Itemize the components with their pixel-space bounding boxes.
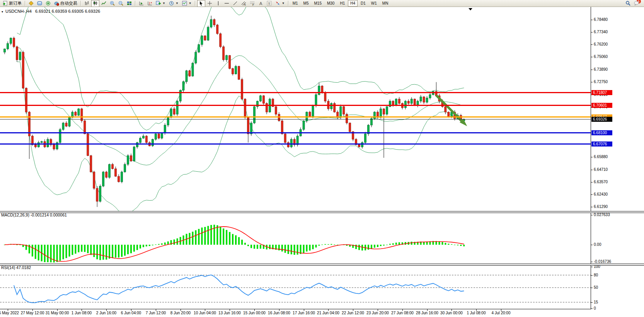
bullish-candles	[4, 20, 465, 201]
cursor-icon	[199, 1, 204, 6]
vertical-line-tool-button[interactable]	[214, 0, 222, 7]
tile-windows-button[interactable]	[125, 0, 133, 7]
timeframe-button-mn[interactable]: MN	[380, 0, 391, 7]
timeframe-buttons: M1M5M15M30H1H4D1W1MN	[290, 0, 391, 7]
macd-axis-0.027633: 0.027633	[594, 213, 610, 217]
horizontal-line-tool-button[interactable]	[223, 0, 231, 7]
bar-chart-button[interactable]	[83, 0, 91, 7]
horizontal-line-6.67076[interactable]	[0, 143, 591, 145]
main-chart-canvas[interactable]	[0, 7, 591, 211]
candlestick-chart-button[interactable]	[91, 0, 99, 7]
panel-separator[interactable]	[0, 264, 644, 266]
autotrading-button[interactable]: 自动交易	[53, 0, 79, 7]
market-watch-button[interactable]	[27, 0, 35, 7]
strategy-tester-button[interactable]	[137, 0, 145, 7]
price-tick-6.63570-tick	[591, 182, 593, 182]
fibonacci-tool-button[interactable]: F	[248, 0, 256, 7]
new-chart-button[interactable]: ▼	[154, 0, 167, 7]
timeframe-button-m1[interactable]: M1	[290, 0, 300, 7]
rsi-axis-15: 15	[594, 300, 598, 304]
navigator-button[interactable]	[44, 0, 52, 7]
price-tick-6.62430: 6.62430	[594, 192, 608, 196]
timeframe-button-d1[interactable]: D1	[358, 0, 368, 7]
time-label: 4 Jul 20:00	[486, 311, 516, 315]
price-tick-6.76200: 6.76200	[594, 42, 608, 46]
arrows-tool-button[interactable]: ▼	[274, 0, 286, 7]
horizontal-line-6.71807[interactable]	[0, 92, 591, 93]
data-window-button[interactable]	[36, 0, 44, 7]
macd-axis-0.027633-tick	[591, 215, 593, 215]
zoom-out-button[interactable]	[117, 0, 125, 7]
toolbar-separator	[135, 1, 136, 6]
rsi-axis-0-tick	[591, 308, 593, 309]
bearish-candles	[13, 20, 462, 201]
new-order-button[interactable]: 新订单	[1, 0, 23, 7]
price-tick-6.65880: 6.65880	[594, 155, 608, 159]
chart-shift-marker[interactable]	[469, 8, 472, 10]
price-tick-6.61290-tick	[591, 207, 593, 207]
equidistant-channel-icon: E	[241, 1, 246, 6]
label-tool-button[interactable]: T	[265, 0, 273, 7]
vertical-line-icon	[216, 1, 221, 6]
timeframe-button-h4[interactable]: H4	[348, 0, 358, 7]
toolbar-separator	[80, 1, 81, 6]
trendline-tool-button[interactable]	[231, 0, 239, 7]
market-watch-icon	[29, 1, 34, 6]
price-tick-6.63570: 6.63570	[594, 180, 608, 184]
price-badge-6.71807: 6.71807	[591, 90, 612, 95]
line-chart-button[interactable]	[100, 0, 108, 7]
data-window-icon	[37, 1, 42, 6]
horizontal-line-6.69547[interactable]	[0, 116, 591, 118]
navigator-icon	[46, 1, 51, 6]
text-tool-button[interactable]: A	[257, 0, 265, 7]
price-tick-6.73890: 6.73890	[594, 67, 608, 72]
dropdown-caret-icon: ▼	[162, 2, 165, 5]
crosshair-icon	[207, 1, 212, 6]
periods-button[interactable]: ▼	[167, 0, 180, 7]
macd-axis-0.00: 0.00	[594, 242, 601, 247]
tile-windows-icon	[127, 1, 132, 6]
crosshair-tool-button[interactable]	[206, 0, 214, 7]
timeframe-button-h1[interactable]: H1	[337, 0, 347, 7]
price-tick-6.77340-tick	[591, 32, 593, 32]
zoom-in-button[interactable]	[108, 0, 116, 7]
text-label-icon: T	[267, 1, 272, 6]
ohlc-values: 6.69321 6.69359 6.69305 6.69326	[35, 9, 100, 14]
macd-panel-canvas[interactable]	[0, 212, 591, 264]
macd-histogram	[4, 225, 465, 262]
cursor-tool-button[interactable]	[197, 0, 205, 7]
symbol-period-label: USDCNH-,H4	[5, 9, 32, 14]
panel-separator[interactable]	[0, 211, 644, 213]
timeframe-button-m30[interactable]: M30	[325, 0, 337, 7]
horizontal-line-6.69326[interactable]	[0, 119, 591, 119]
chart-title: ▾ USDCNH-,H4 6.69321 6.69359 6.69305 6.6…	[2, 9, 100, 14]
channel-tool-button[interactable]: E	[240, 0, 248, 7]
timeframe-button-m15[interactable]: M15	[312, 0, 324, 7]
price-badge-6.70601: 6.70601	[591, 103, 612, 108]
notifications-button[interactable]: 1	[632, 0, 641, 7]
price-tick-6.72750-tick	[591, 82, 593, 82]
candlestick-chart-icon	[93, 1, 98, 6]
price-badge-6.69326: 6.69326	[591, 117, 612, 122]
rsi-axis-50-tick	[591, 288, 593, 288]
price-tick-6.77340: 6.77340	[594, 30, 608, 34]
search-button[interactable]	[624, 0, 632, 7]
horizontal-line-6.681[interactable]	[0, 132, 591, 133]
rsi-panel-canvas[interactable]	[0, 265, 591, 309]
collapse-triangle-icon[interactable]: ▾	[2, 10, 3, 14]
arrow-objects-icon	[275, 1, 280, 6]
trend-arrow-annotation[interactable]	[436, 95, 467, 126]
price-tick-6.75060-tick	[591, 57, 593, 57]
horizontal-line-6.70601[interactable]	[0, 105, 591, 106]
new-order-icon	[3, 1, 8, 6]
price-tick-6.64710: 6.64710	[594, 167, 608, 172]
price-tick-6.62430-tick	[591, 194, 593, 195]
timeframe-button-w1[interactable]: W1	[369, 0, 379, 7]
step-forward-button[interactable]	[146, 0, 154, 7]
macd-axis--0.016736: -0.016736	[594, 259, 611, 264]
toolbar: 新订单 自动交易	[0, 0, 644, 7]
macd-signal-line	[5, 227, 464, 261]
indicators-button[interactable]: ▼	[181, 0, 193, 7]
timeframe-button-m5[interactable]: M5	[301, 0, 311, 7]
mt4-terminal: 新订单 自动交易	[0, 0, 644, 317]
